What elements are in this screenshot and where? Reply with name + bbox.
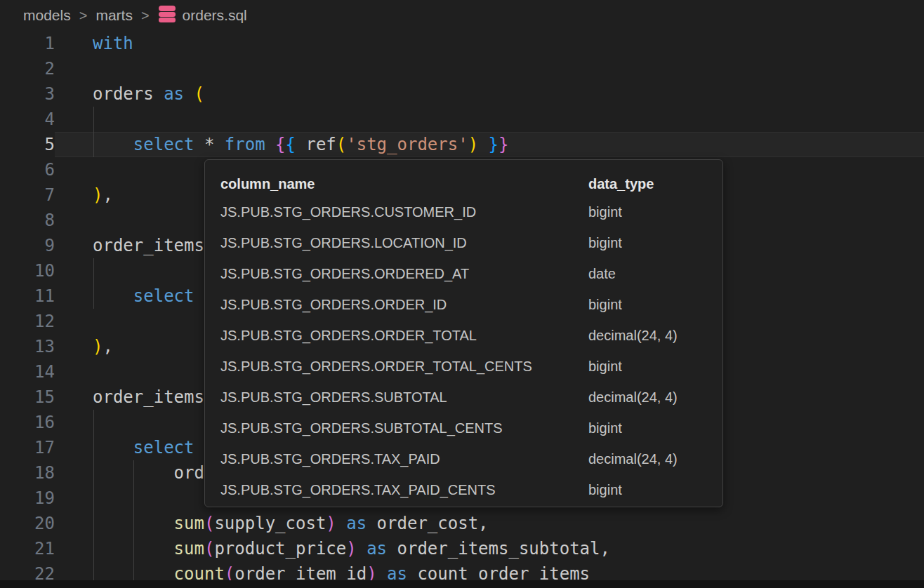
- popup-header-row: column_name data_type: [220, 171, 715, 196]
- code-line[interactable]: 20 sum(supply_cost) as order_cost,: [0, 511, 924, 536]
- popup-cell-data-type: bigint: [588, 420, 715, 436]
- popup-cell-data-type: bigint: [588, 235, 715, 251]
- breadcrumb-item-marts[interactable]: marts: [95, 7, 133, 24]
- code-line[interactable]: 5 select * from {{ ref('stg_orders') }}: [0, 132, 924, 157]
- chevron-right-icon: >: [79, 8, 88, 24]
- line-number: 17: [0, 435, 55, 460]
- code-token: }: [489, 135, 499, 154]
- line-number: 7: [0, 182, 55, 208]
- popup-cell-data-type: bigint: [588, 204, 715, 220]
- code-token: from: [225, 135, 265, 154]
- popup-table-row: JS.PUB.STG_ORDERS.SUBTOTALdecimal(24, 4): [220, 382, 715, 413]
- code-token: {: [286, 135, 296, 154]
- code-line[interactable]: 2: [0, 56, 924, 81]
- popup-cell-column-name: JS.PUB.STG_ORDERS.ORDERED_AT: [220, 266, 588, 282]
- popup-table-row: JS.PUB.STG_ORDERS.ORDER_TOTALdecimal(24,…: [220, 320, 715, 351]
- code-line[interactable]: 1with: [0, 31, 924, 56]
- code-token: ): [346, 539, 356, 559]
- code-token: ,: [103, 337, 112, 356]
- line-number: 14: [0, 359, 55, 385]
- code-line[interactable]: 21 sum(product_price) as order_items_sub…: [0, 536, 924, 561]
- code-token: order_cost,: [367, 514, 488, 533]
- line-number: 12: [0, 309, 55, 334]
- code-token: {: [275, 135, 285, 154]
- column-info-popup: column_name data_type JS.PUB.STG_ORDERS.…: [204, 159, 723, 507]
- code-line-content[interactable]: sum(product_price) as order_items_subtot…: [93, 536, 610, 561]
- code-token: ): [93, 337, 103, 356]
- code-token: ): [468, 135, 478, 154]
- breadcrumb-item-file[interactable]: orders.sql: [183, 7, 247, 24]
- line-number: 8: [0, 208, 55, 233]
- popup-table-row: JS.PUB.STG_ORDERS.LOCATION_IDbigint: [220, 227, 715, 258]
- code-line-content[interactable]: sum(supply_cost) as order_cost,: [93, 511, 489, 536]
- code-line[interactable]: 3orders as (: [0, 81, 924, 107]
- code-token: order_items: [93, 236, 204, 255]
- popup-table-row: JS.PUB.STG_ORDERS.TAX_PAID_CENTSbigint: [220, 474, 715, 505]
- code-line-content[interactable]: select: [93, 283, 194, 309]
- line-number: 9: [0, 233, 55, 258]
- popup-cell-data-type: bigint: [588, 482, 715, 498]
- popup-header-data-type: data_type: [588, 176, 715, 192]
- popup-cell-data-type: bigint: [588, 359, 715, 375]
- code-line-content[interactable]: ord: [93, 460, 204, 486]
- line-number: 4: [0, 107, 55, 132]
- popup-table-row: JS.PUB.STG_ORDERS.ORDER_IDbigint: [220, 289, 715, 320]
- code-line-content[interactable]: select: [93, 435, 194, 460]
- code-token: as: [164, 84, 184, 104]
- popup-cell-column-name: JS.PUB.STG_ORDERS.CUSTOMER_ID: [220, 204, 588, 220]
- line-number: 18: [0, 460, 55, 486]
- indent-guide: [93, 107, 94, 132]
- code-token: *: [194, 135, 225, 154]
- code-token: (: [204, 514, 214, 533]
- line-number: 5: [0, 132, 55, 157]
- popup-cell-data-type: decimal(24, 4): [588, 389, 715, 406]
- popup-cell-column-name: JS.PUB.STG_ORDERS.ORDER_TOTAL: [220, 328, 588, 344]
- line-number: 1: [0, 31, 55, 56]
- indent-guide: [93, 486, 94, 511]
- code-token: 'stg_orders': [346, 135, 468, 154]
- line-number: 11: [0, 283, 55, 309]
- code-line-content[interactable]: order_items: [93, 233, 204, 258]
- code-token: [357, 539, 367, 559]
- code-token: sum: [174, 539, 204, 559]
- code-line-content[interactable]: ),: [93, 182, 113, 208]
- code-token: select: [133, 135, 194, 154]
- code-line-content[interactable]: order_items: [93, 385, 204, 410]
- code-line-content[interactable]: ),: [93, 334, 113, 359]
- code-line-content[interactable]: select * from {{ ref('stg_orders') }}: [93, 132, 508, 157]
- popup-table-row: JS.PUB.STG_ORDERS.ORDER_TOTAL_CENTSbigin…: [220, 351, 715, 382]
- popup-cell-column-name: JS.PUB.STG_ORDERS.SUBTOTAL: [220, 389, 588, 406]
- line-number: 19: [0, 486, 55, 511]
- code-line-content[interactable]: with: [93, 31, 133, 56]
- code-token: (: [336, 135, 346, 154]
- code-token: ref: [296, 135, 336, 154]
- bottom-strip: [0, 580, 924, 588]
- code-token: }: [499, 135, 508, 154]
- code-token: [184, 84, 194, 104]
- line-number: 10: [0, 258, 55, 283]
- code-token: order_items_subtotal,: [387, 539, 610, 559]
- code-token: ): [93, 185, 103, 205]
- code-line-content[interactable]: orders as (: [93, 81, 204, 107]
- line-number: 6: [0, 157, 55, 182]
- code-token: select: [133, 438, 194, 457]
- code-token: [336, 514, 346, 533]
- indent-guide: [93, 410, 94, 435]
- code-token: as: [346, 514, 367, 533]
- popup-cell-data-type: bigint: [588, 297, 715, 313]
- code-token: product_price: [214, 539, 346, 559]
- code-token: [478, 135, 488, 154]
- popup-table-row: JS.PUB.STG_ORDERS.ORDERED_ATdate: [220, 258, 715, 289]
- code-token: (: [194, 84, 204, 104]
- code-token: order_items: [93, 387, 204, 407]
- code-line[interactable]: 4: [0, 107, 924, 132]
- popup-cell-data-type: decimal(24, 4): [588, 451, 715, 467]
- line-number: 3: [0, 81, 55, 107]
- popup-header-column-name: column_name: [220, 176, 588, 192]
- popup-table-row: JS.PUB.STG_ORDERS.TAX_PAIDdecimal(24, 4): [220, 443, 715, 474]
- code-token: sum: [174, 514, 204, 533]
- popup-cell-data-type: date: [588, 266, 715, 282]
- code-token: with: [93, 34, 133, 53]
- code-token: ord: [174, 463, 204, 483]
- breadcrumb-item-models[interactable]: models: [23, 7, 71, 24]
